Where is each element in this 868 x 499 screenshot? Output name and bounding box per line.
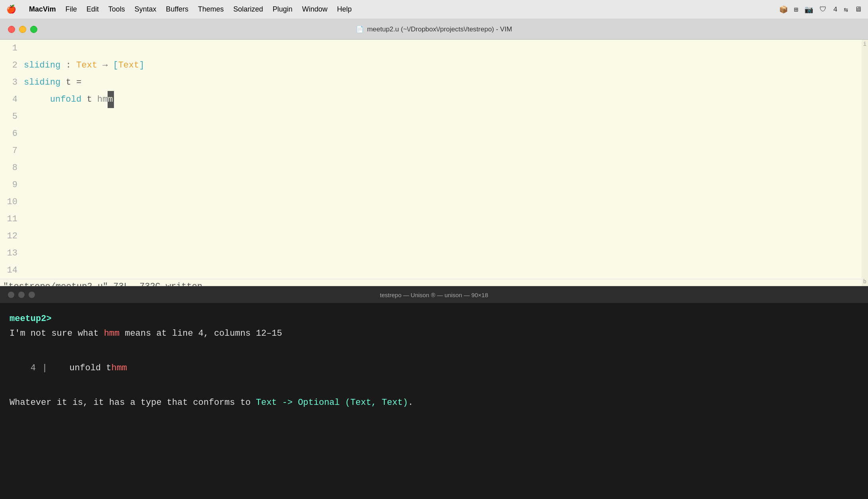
vim-line-9: 9 xyxy=(0,176,868,193)
vim-line-2: 2 sliding : Text → [Text] xyxy=(0,57,868,74)
line-num-6: 6 xyxy=(0,125,24,142)
keyword-sliding: sliding xyxy=(24,60,60,70)
line-num-3: 3 xyxy=(0,74,24,91)
traffic-lights xyxy=(8,26,37,33)
vim-line-12: 12 xyxy=(0,228,868,245)
terminal-empty-1 xyxy=(10,341,858,356)
number-icon[interactable]: 4 xyxy=(833,6,837,14)
vim-editor[interactable]: 1 2 sliding : Text → [Text] 3 sliding t … xyxy=(0,40,868,286)
vim-line-11: 11 xyxy=(0,211,868,228)
maximize-button[interactable] xyxy=(30,26,37,33)
vim-line-6: 6 xyxy=(0,125,868,142)
line-num-2: 2 xyxy=(0,57,24,74)
vim-line-8: 8 xyxy=(0,159,868,176)
line-content-2: sliding : Text → [Text] xyxy=(24,57,145,74)
window-title: 📄 meetup2.u (~\/Dropbox\/projects\/testr… xyxy=(356,25,512,33)
terminal-type-text: Text -> Optional (Text, Text) xyxy=(256,398,408,408)
line-num-5: 5 xyxy=(0,108,24,125)
line-num-4: 4 xyxy=(0,91,24,108)
vim-statusline-text: "testrepo/meetup2.u" 73L, 732C written xyxy=(3,282,203,286)
term-traffic-lights xyxy=(8,292,35,298)
indent-spaces xyxy=(24,95,45,104)
grid-icon[interactable]: ⊞ xyxy=(794,5,799,14)
line-num-7: 7 xyxy=(0,142,24,159)
terminal-hmm-2: hmm xyxy=(111,361,127,375)
menu-buffers[interactable]: Buffers xyxy=(166,5,189,14)
menu-help[interactable]: Help xyxy=(337,5,352,14)
line-num-14: 14 xyxy=(0,262,24,279)
vim-line-1: 1 xyxy=(0,40,868,57)
menu-syntax[interactable]: Syntax xyxy=(135,5,156,14)
terminal-period: . xyxy=(408,398,413,408)
menu-edit[interactable]: Edit xyxy=(87,5,99,14)
line-num-8: 8 xyxy=(0,159,24,176)
camera-icon[interactable]: 📷 xyxy=(804,5,813,14)
terminal-spaces xyxy=(10,361,31,375)
scrollbar-indicator: i xyxy=(863,41,866,47)
line-num-9: 9 xyxy=(0,176,24,193)
terminal-prompt-line: meetup2> xyxy=(10,311,858,326)
vim-line-7: 7 xyxy=(0,142,868,159)
titlebar: 📄 meetup2.u (~\/Dropbox\/projects\/testr… xyxy=(0,19,868,40)
var-t-2: t xyxy=(87,95,97,104)
monitor-icon[interactable]: 🖥 xyxy=(854,5,862,14)
menubar-right-icons: 📦 ⊞ 📷 🛡 4 ⇆ 🖥 xyxy=(779,5,862,14)
menu-window[interactable]: Window xyxy=(302,5,328,14)
bracket-left: [ xyxy=(113,60,118,70)
terminal-prompt: meetup2> xyxy=(10,314,52,324)
terminal-pipe: | xyxy=(42,361,63,375)
type-text: Text xyxy=(76,60,97,70)
vim-scrollbar[interactable]: i b xyxy=(862,40,868,286)
vim-line-3: 3 sliding t = xyxy=(0,74,868,91)
colon: : xyxy=(66,60,76,70)
cursor: m xyxy=(108,91,114,108)
terminal-code-line: 4 | unfold t hmm xyxy=(10,361,858,375)
file-icon: 📄 xyxy=(356,25,364,33)
term-tl-1[interactable] xyxy=(8,292,14,298)
menu-themes[interactable]: Themes xyxy=(198,5,224,14)
word-hmm: hm xyxy=(97,95,108,104)
bracket-right: ] xyxy=(139,60,144,70)
dropbox-icon[interactable]: 📦 xyxy=(779,5,788,14)
terminal-text-1: I'm not sure what xyxy=(10,329,104,338)
line-content-4: unfold t hmm xyxy=(24,91,114,108)
terminal-hmm-1: hmm xyxy=(104,329,120,338)
term-tl-3[interactable] xyxy=(29,292,35,298)
terminal-error-line: I'm not sure what hmm means at line 4, c… xyxy=(10,326,858,341)
vim-line-4: 4 unfold t hmm xyxy=(0,91,868,108)
line-num-12: 12 xyxy=(0,228,24,245)
terminal-text-3: Whatever it is, it has a type that confo… xyxy=(10,398,256,408)
term-tl-2[interactable] xyxy=(18,292,25,298)
vim-line-14: 14 xyxy=(0,262,868,279)
var-t: t = xyxy=(66,77,82,87)
terminal-title: testrepo — Unison ® — unison — 90×18 xyxy=(380,292,488,298)
terminal-text-2: means at line 4, columns 12–15 xyxy=(120,329,282,338)
keyword-unfold: unfold xyxy=(50,95,81,104)
apple-menu[interactable]: 🍎 xyxy=(6,4,16,14)
terminal-type-line: Whatever it is, it has a type that confo… xyxy=(10,395,858,410)
line-num-10: 10 xyxy=(0,193,24,211)
terminal-line-num: 4 xyxy=(31,361,36,375)
menu-macvim[interactable]: MacVim xyxy=(29,5,56,14)
shield-icon[interactable]: 🛡 xyxy=(820,5,827,14)
line-num-1: 1 xyxy=(0,40,24,57)
menu-tools[interactable]: Tools xyxy=(108,5,125,14)
close-button[interactable] xyxy=(8,26,15,33)
vim-line-13: 13 xyxy=(0,245,868,262)
vim-line-10: 10 xyxy=(0,193,868,211)
vim-content: 1 2 sliding : Text → [Text] 3 sliding t … xyxy=(0,40,868,279)
menu-solarized[interactable]: Solarized xyxy=(233,5,263,14)
minimize-button[interactable] xyxy=(19,26,26,33)
wifi-icon[interactable]: ⇆ xyxy=(844,5,848,14)
menu-file[interactable]: File xyxy=(66,5,77,14)
terminal-divider: testrepo — Unison ® — unison — 90×18 xyxy=(0,286,868,304)
line-num-13: 13 xyxy=(0,245,24,262)
type-text-2: Text xyxy=(118,60,139,70)
arrow: → xyxy=(102,60,113,70)
menu-plugin[interactable]: Plugin xyxy=(273,5,293,14)
menubar: 🍎 MacVim File Edit Tools Syntax Buffers … xyxy=(0,0,868,19)
vim-line-5: 5 xyxy=(0,108,868,125)
terminal[interactable]: meetup2> I'm not sure what hmm means at … xyxy=(0,304,868,418)
line-num-11: 11 xyxy=(0,211,24,228)
vim-statusline: "testrepo/meetup2.u" 73L, 732C written xyxy=(0,279,868,286)
